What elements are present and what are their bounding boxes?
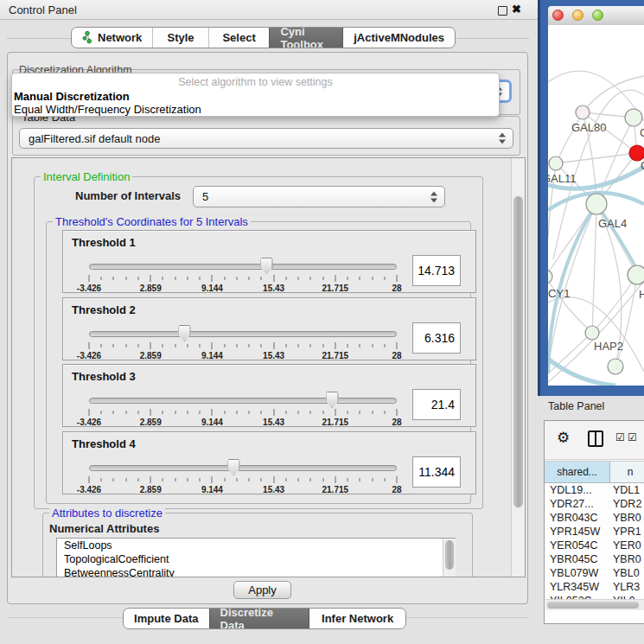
tab-network-label: Network (98, 31, 142, 44)
dropdown-item-equal-width[interactable]: Equal Width/Frequency Discretization (12, 103, 499, 116)
network-node-label: C (641, 159, 644, 172)
table-panel: ⚙ ☑ ☑ shared... n YDL19...YDL1YDR27...YD… (544, 420, 644, 624)
close-traffic-light-icon[interactable] (552, 10, 564, 21)
table-header-row: shared... n (545, 461, 644, 483)
network-view-window[interactable]: GAL80GCGAL11GAL4GCY1HHAP2 (538, 0, 644, 396)
numerical-attributes-list: SelfLoopsTopologicalCoefficientBetweenne… (56, 538, 456, 577)
column-header-shared-name[interactable]: shared... (545, 462, 610, 482)
threshold-value-field[interactable]: 14.713 (412, 255, 461, 286)
threshold-slider-thumb[interactable] (178, 325, 191, 341)
window-title: Control Panel (9, 3, 77, 16)
apply-button[interactable]: Apply (233, 581, 291, 599)
network-node-label: GAL11 (548, 172, 577, 185)
settings-scrollbar[interactable] (511, 158, 525, 577)
network-node-label: G (640, 126, 644, 139)
network-canvas[interactable]: GAL80GCGAL11GAL4GCY1HHAP2 (548, 25, 644, 386)
table-row[interactable]: YPR145WYPR1 (545, 525, 644, 539)
dropdown-prompt: Select algorithm to view settings (12, 73, 499, 90)
threshold-value-field[interactable]: 11.344 (412, 456, 461, 488)
slider-tick-labels: -3.4262.8599.14415.4321.71528 (89, 284, 397, 294)
slider-ticks (89, 275, 397, 283)
threshold-3-panel: Threshold 3 -3.4262.8599.14415.4321.7152… (62, 364, 476, 427)
slider-tick-labels: -3.4262.8599.14415.4321.71528 (89, 351, 397, 361)
table-row[interactable]: YBR045CYBR0 (545, 552, 644, 566)
table-row[interactable]: YBL079WYBL0 (545, 566, 644, 580)
threshold-label: Threshold 3 (72, 370, 136, 383)
combo-stepper-icon (499, 133, 507, 144)
threshold-2-panel: Threshold 2 -3.4262.8599.14415.4321.7152… (62, 297, 476, 360)
scrollbar-thumb[interactable] (547, 602, 639, 609)
attribute-list-item[interactable]: BetweennessCentrality (57, 566, 455, 577)
table-row[interactable]: YDR27...YDR2 (545, 497, 644, 511)
attribute-list-item[interactable]: TopologicalCoefficient (57, 552, 455, 566)
tab-jactivemnodules[interactable]: jActiveMNodules (342, 28, 455, 48)
threshold-slider-thumb[interactable] (326, 392, 339, 408)
table-row[interactable]: YLR345WYLR3 (545, 580, 644, 594)
network-node-label: HAP2 (594, 340, 623, 353)
gear-icon[interactable]: ⚙ (557, 429, 570, 447)
algorithm-group-title: Discretization Algorithm (19, 64, 166, 73)
network-node-label: H (639, 288, 644, 301)
zoom-traffic-light-icon[interactable] (592, 10, 603, 21)
number-of-intervals-combobox[interactable]: 5 (193, 186, 445, 207)
combo-stepper-icon (430, 191, 438, 202)
algorithm-dropdown-popup: Select algorithm to view settings Manual… (11, 73, 500, 117)
settings-scroll-panel: Interval Definition Number of Intervals … (11, 157, 526, 577)
tab-cyni-toolbox[interactable]: Cyni Toolbox (269, 28, 342, 48)
network-node[interactable] (608, 359, 623, 374)
table-horizontal-scrollbar[interactable] (545, 599, 644, 610)
attribute-list-item[interactable]: SelfLoops (57, 539, 455, 552)
network-node[interactable] (625, 109, 642, 126)
columns-icon[interactable] (588, 430, 603, 447)
table-row[interactable]: YDL19...YDL1 (545, 483, 644, 497)
network-node[interactable] (576, 105, 590, 119)
network-node-label: GCY1 (548, 287, 570, 300)
checkbox-icon[interactable]: ☑ (628, 431, 637, 443)
checkbox-icon[interactable]: ☑ (615, 431, 625, 443)
interval-definition-title: Interval Definition (41, 170, 132, 183)
network-node[interactable] (585, 326, 599, 340)
scrollbar-thumb[interactable] (445, 540, 454, 570)
tab-select[interactable]: Select (208, 28, 270, 48)
network-graph: GAL80GCGAL11GAL4GCY1HHAP2 (548, 25, 644, 386)
slider-ticks (89, 409, 397, 417)
attributes-group-title: Attributes to discretize (49, 507, 165, 520)
slider-tick-labels: -3.4262.8599.14415.4321.71528 (89, 485, 397, 495)
threshold-slider-thumb[interactable] (260, 258, 273, 274)
threshold-1-panel: Threshold 1 -3.4262.8599.14415.4321.7152… (62, 230, 476, 293)
table-data-value: galFiltered.sif default node (29, 132, 160, 145)
network-node[interactable] (548, 270, 552, 284)
tab-style[interactable]: Style (152, 28, 207, 48)
threshold-value-field[interactable]: 21.4 (412, 389, 461, 420)
dropdown-item-manual[interactable]: Manual Discretization (12, 90, 499, 103)
table-panel-title: Table Panel (548, 400, 604, 412)
network-node-label: GAL4 (598, 217, 627, 230)
minimize-traffic-light-icon[interactable] (572, 10, 583, 21)
attribute-list-scrollbar[interactable] (443, 539, 456, 577)
numerical-attributes-heading: Numerical Attributes (49, 522, 159, 535)
table-row[interactable]: YBR043CYBR0 (545, 511, 644, 525)
column-header-name[interactable]: n (610, 462, 644, 482)
network-node[interactable] (549, 156, 563, 170)
network-node[interactable] (586, 194, 607, 214)
top-tab-bar: Network Style Select Cyni Toolbox jActiv… (71, 27, 456, 48)
tab-network[interactable]: Network (72, 28, 152, 48)
threshold-slider-thumb[interactable] (227, 459, 240, 475)
scrollbar-thumb[interactable] (513, 196, 523, 507)
table-toolbar: ⚙ ☑ ☑ (545, 421, 644, 460)
tab-discretize-data[interactable]: Discretize Data (209, 609, 309, 628)
network-node[interactable] (628, 265, 644, 284)
tab-impute-data[interactable]: Impute Data (124, 609, 209, 628)
network-icon (82, 31, 93, 44)
threshold-4-panel: Threshold 4 -3.4262.8599.14415.4321.7152… (62, 431, 476, 494)
threshold-label: Threshold 1 (72, 236, 136, 249)
float-window-icon[interactable] (498, 6, 507, 16)
table-data-combobox[interactable]: galFiltered.sif default node (19, 128, 513, 149)
threshold-group-title: Threshold's Coordinates for 5 Intervals (53, 215, 251, 228)
control-panel-titlebar (0, 0, 538, 20)
network-window-titlebar[interactable] (548, 6, 644, 26)
close-icon[interactable]: ✖ (512, 3, 521, 16)
table-row[interactable]: YER054CYER0 (545, 539, 644, 552)
threshold-value-field[interactable]: 6.316 (412, 322, 461, 354)
tab-infer-network[interactable]: Infer Network (309, 609, 405, 628)
